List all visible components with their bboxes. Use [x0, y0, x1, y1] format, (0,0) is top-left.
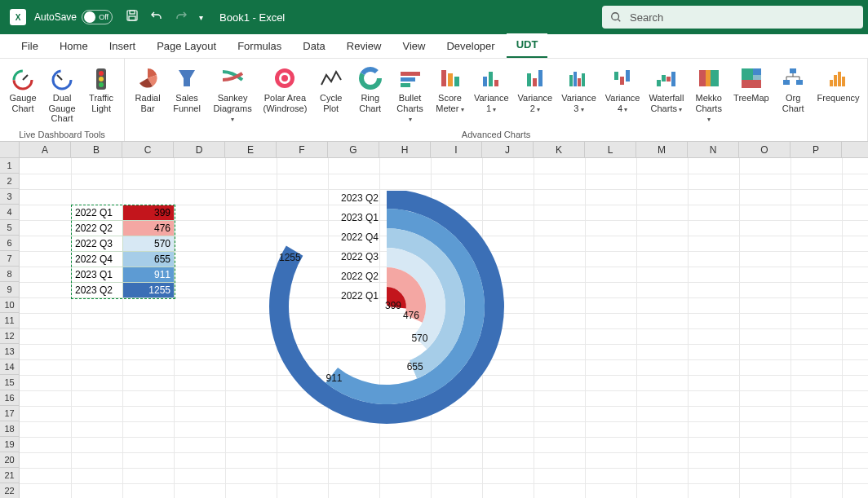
col-header-F[interactable]: F — [277, 142, 328, 157]
row-header-12[interactable]: 12 — [0, 328, 20, 344]
row-header-13[interactable]: 13 — [0, 344, 20, 359]
cell-label[interactable]: 2022 Q1 — [72, 205, 123, 221]
spreadsheet[interactable]: ABCDEFGHIJKLMNOP 12345678910111213141516… — [0, 142, 868, 498]
row-header-18[interactable]: 18 — [0, 421, 20, 437]
ribbon-btn-waterfall-charts[interactable]: WaterfallCharts — [644, 62, 689, 128]
ribbon-btn-variance-3[interactable]: Variance3 — [557, 62, 601, 128]
autosave-toggle[interactable]: AutoSave Off — [34, 10, 113, 24]
ribbon-btn-treemap[interactable]: TreeMap — [729, 62, 774, 128]
row-header-5[interactable]: 5 — [0, 220, 20, 236]
table-row[interactable]: 2023 Q1911 — [72, 267, 175, 283]
ribbon-btn-variance-1[interactable]: Variance1 — [469, 62, 513, 128]
ribbon-btn-gauge-chart[interactable]: GaugeChart — [3, 62, 42, 128]
row-header-20[interactable]: 20 — [0, 452, 20, 468]
ribbon-btn-sales-funnel[interactable]: SalesFunnel — [167, 62, 206, 128]
row-header-17[interactable]: 17 — [0, 406, 20, 421]
col-header-A[interactable]: A — [20, 142, 71, 157]
col-header-P[interactable]: P — [790, 142, 842, 157]
cell-label[interactable]: 2023 Q1 — [72, 267, 123, 283]
ribbon-btn-variance-4[interactable]: Variance4 — [600, 62, 644, 128]
cell-label[interactable]: 2022 Q4 — [72, 252, 123, 267]
tab-data[interactable]: Data — [293, 35, 334, 58]
cell-value[interactable]: 655 — [123, 252, 175, 267]
col-header-H[interactable]: H — [379, 142, 431, 157]
row-header-10[interactable]: 10 — [0, 297, 20, 313]
ribbon-btn-bullet-charts[interactable]: BulletCharts — [390, 62, 431, 128]
ribbon-btn-polar-area-windrose-[interactable]: Polar Area(Windrose) — [259, 62, 312, 128]
ribbon-btn-variance-2[interactable]: Variance2 — [513, 62, 557, 128]
tab-home[interactable]: Home — [50, 35, 98, 58]
grid[interactable]: 2022 Q13992022 Q24762022 Q35702022 Q4655… — [20, 158, 868, 498]
row-header-22[interactable]: 22 — [0, 483, 20, 498]
undo-icon[interactable] — [150, 9, 163, 25]
cell-label[interactable]: 2023 Q2 — [72, 283, 123, 298]
row-header-3[interactable]: 3 — [0, 189, 20, 205]
ribbon-btn-radial-bar[interactable]: RadialBar — [128, 62, 167, 128]
tab-view[interactable]: View — [392, 35, 435, 58]
ribbon-group-live-dashboard-tools: GaugeChartDual GaugeChartTrafficLightLiv… — [0, 59, 125, 141]
col-header-B[interactable]: B — [71, 142, 122, 157]
table-row[interactable]: 2022 Q1399 — [72, 205, 175, 221]
ribbon-btn-score-meter[interactable]: ScoreMeter — [430, 62, 469, 128]
tab-formulas[interactable]: Formulas — [228, 35, 291, 58]
row-headers[interactable]: 12345678910111213141516171819202122 — [0, 158, 20, 498]
col-header-C[interactable]: C — [122, 142, 174, 157]
toggle-switch[interactable]: Off — [82, 10, 113, 24]
table-row[interactable]: 2022 Q4655 — [72, 252, 175, 267]
col-header-L[interactable]: L — [585, 142, 636, 157]
cell-value[interactable]: 570 — [123, 236, 175, 252]
row-header-16[interactable]: 16 — [0, 390, 20, 406]
cell-value[interactable]: 1255 — [123, 283, 175, 298]
col-header-N[interactable]: N — [688, 142, 739, 157]
qat-customize-icon[interactable]: ▾ — [199, 13, 203, 22]
col-header-I[interactable]: I — [431, 142, 482, 157]
ribbon-btn-frequency[interactable]: Frequency — [813, 62, 864, 128]
tab-udt[interactable]: UDT — [507, 33, 548, 58]
row-header-1[interactable]: 1 — [0, 158, 20, 174]
row-header-6[interactable]: 6 — [0, 236, 20, 251]
select-all-corner[interactable] — [0, 142, 20, 157]
source-data-range[interactable]: 2022 Q13992022 Q24762022 Q35702022 Q4655… — [71, 205, 175, 299]
tab-file[interactable]: File — [11, 35, 48, 58]
tab-insert[interactable]: Insert — [100, 35, 146, 58]
col-header-E[interactable]: E — [225, 142, 277, 157]
row-header-4[interactable]: 4 — [0, 205, 20, 220]
row-header-19[interactable]: 19 — [0, 437, 20, 452]
row-header-9[interactable]: 9 — [0, 282, 20, 297]
row-header-8[interactable]: 8 — [0, 267, 20, 282]
ribbon-btn-org-chart[interactable]: OrgChart — [773, 62, 813, 128]
save-icon[interactable] — [126, 9, 139, 25]
cell-value[interactable]: 399 — [123, 205, 175, 221]
cell-value[interactable]: 476 — [123, 221, 175, 236]
ribbon-btn-sankey-diagrams[interactable]: SankeyDiagrams — [206, 62, 259, 128]
cell-label[interactable]: 2022 Q3 — [72, 236, 123, 252]
row-header-14[interactable]: 14 — [0, 359, 20, 375]
ribbon-btn-ring-chart[interactable]: RingChart — [351, 62, 390, 128]
table-row[interactable]: 2022 Q2476 — [72, 221, 175, 236]
tab-review[interactable]: Review — [337, 35, 392, 58]
col-header-O[interactable]: O — [739, 142, 790, 157]
col-header-D[interactable]: D — [174, 142, 225, 157]
cell-label[interactable]: 2022 Q2 — [72, 221, 123, 236]
ribbon-btn-cycle-plot[interactable]: CyclePlot — [312, 62, 351, 128]
col-header-M[interactable]: M — [636, 142, 688, 157]
row-header-2[interactable]: 2 — [0, 174, 20, 189]
row-header-11[interactable]: 11 — [0, 313, 20, 328]
row-header-15[interactable]: 15 — [0, 375, 20, 390]
table-row[interactable]: 2023 Q21255 — [72, 283, 175, 298]
col-header-J[interactable]: J — [482, 142, 534, 157]
tab-page-layout[interactable]: Page Layout — [147, 35, 226, 58]
search-box[interactable]: Search — [602, 6, 863, 29]
col-header-K[interactable]: K — [534, 142, 585, 157]
radial-bar-chart[interactable]: 2023 Q22023 Q12022 Q42022 Q32022 Q22022 … — [215, 191, 591, 498]
row-header-21[interactable]: 21 — [0, 468, 20, 483]
column-headers[interactable]: ABCDEFGHIJKLMNOP — [0, 142, 868, 158]
ribbon-btn-traffic-light[interactable]: TrafficLight — [82, 62, 121, 128]
ribbon-btn-dual-gauge-chart[interactable]: Dual GaugeChart — [42, 62, 82, 128]
ribbon-btn-mekko-charts[interactable]: MekkoCharts — [689, 62, 729, 128]
tab-developer[interactable]: Developer — [436, 35, 504, 58]
cell-value[interactable]: 911 — [123, 267, 175, 283]
col-header-G[interactable]: G — [328, 142, 379, 157]
row-header-7[interactable]: 7 — [0, 251, 20, 267]
table-row[interactable]: 2022 Q3570 — [72, 236, 175, 252]
